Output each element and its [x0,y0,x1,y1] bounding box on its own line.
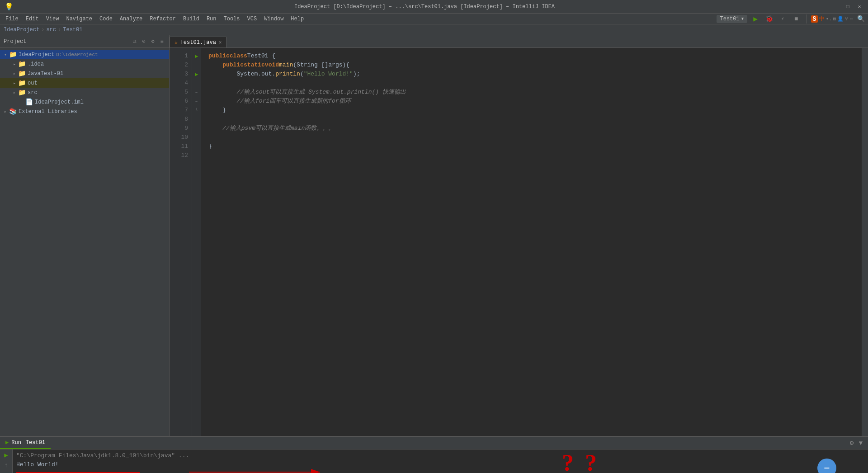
tree-item-ext-libs[interactable]: ▸ 📚 External Libraries [0,107,169,116]
kw-public-1: public [208,52,230,61]
tree-arrow-idea: ▸ [11,61,18,67]
run-gutter-main[interactable]: ▶ [192,70,201,79]
tree-item-ideaproject[interactable]: ▾ 📁 IdeaProject D:\IdeaProject [0,50,169,59]
breadcrumb-item-file[interactable]: Test01 [63,27,82,33]
kw-static: static [244,61,265,70]
panel-settings-icon[interactable]: ⚙ [848,440,855,447]
paren-1: ( [300,70,304,79]
main-args: (String []args){ [293,61,349,70]
run-config-name: Test01 [720,16,740,22]
ime-toolbar: S 中 •. ⊞ 👤 ⑂ ⋯ [811,15,853,23]
menu-build[interactable]: Build [179,14,203,24]
code-line-5: //输入sout可以直接生成 System.out.println() 快速输出 [208,88,862,97]
breadcrumb-item-src[interactable]: src [46,27,56,33]
code-content[interactable]: public class Test01 { public static void… [201,48,862,436]
kw-class: class [230,52,247,61]
tree-label-javatest: JavaTest-01 [28,71,63,77]
run-config-dropdown-icon[interactable]: ▼ [741,17,744,21]
editor-area: ☕ Test01.java ✕ 1 2 3 4 5 6 7 8 9 10 11 … [170,35,868,436]
breadcrumb-item-project[interactable]: IdeaProject [4,27,39,33]
indent-7 [208,106,222,115]
run-icon-class[interactable]: ▶ [195,53,198,60]
run-tab-run[interactable]: ▶ Run Test01 [0,437,51,449]
tree-item-src[interactable]: ▸ 📁 src [0,88,169,97]
comment-6: //输入fori回车可以直接生成新的for循环 [236,97,350,106]
menu-vcs[interactable]: VCS [244,14,261,24]
tree-icon-ideaproject: 📁 [9,51,17,58]
gutter-fold-6[interactable]: – [195,99,198,104]
ime-icon-more: ⋯ [849,16,853,22]
indent-6 [208,97,236,106]
rerun-button[interactable]: ▶ [2,451,11,459]
menu-code[interactable]: Code [96,14,116,24]
editor-tab-test01[interactable]: ☕ Test01.java ✕ [170,37,226,47]
search-everywhere-button[interactable]: 🔍 [855,14,866,24]
kw-public-2: public [222,61,244,70]
panel-hide-icon[interactable]: ▼ [857,440,864,447]
code-line-7: } [208,106,862,115]
sidebar-settings-icon[interactable]: ⚙ [149,38,156,45]
ime-icon-person: 👤 [837,16,844,22]
gutter-fold-5[interactable]: – [195,90,198,95]
tree-icon-out: 📁 [18,79,26,87]
tree-label-iml: IdeaProject.iml [35,99,84,105]
breadcrumb: IdeaProject › src › Test01 [0,24,868,35]
title-bar-controls: — □ ✕ [832,3,863,11]
tab-close-test01[interactable]: ✕ [219,39,222,45]
run-gutter-class[interactable]: ▶ [192,52,201,61]
run-gutter-2 [192,61,201,70]
minimize-button[interactable]: — [832,3,840,11]
main-content: Project ⇄ ⊙ ⚙ ≡ ▾ 📁 IdeaProject D:\IdeaP… [0,35,868,436]
sidebar-header-icons: ⇄ ⊙ ⚙ ≡ [131,38,165,45]
menu-help[interactable]: Help [287,14,307,24]
title-bar-app-icon: 💡 [5,2,14,11]
coverage-button[interactable]: ⚡ [777,14,788,24]
run-button[interactable]: ▶ [750,14,761,24]
run-gutter-5: – [192,88,201,97]
line-numbers: 1 2 3 4 5 6 7 8 9 10 11 12 [170,48,192,436]
menu-refactor[interactable]: Refactor [146,14,179,24]
menu-run[interactable]: Run [203,14,220,24]
run-tab-bar: ▶ Run Test01 ⚙ ▼ [0,437,868,449]
sidebar-expand-icon[interactable]: ≡ [158,38,165,45]
breadcrumb-sep-2: › [58,27,61,33]
menu-view[interactable]: View [42,14,63,24]
line-num-5: 5 [170,88,188,97]
line-num-10: 10 [170,133,188,142]
ime-icon-dot: •. [826,16,832,22]
tab-icon-java: ☕ [175,39,178,45]
sidebar-scroll-icon[interactable]: ⊙ [140,38,147,45]
menu-navigate[interactable]: Navigate [62,14,96,24]
tree-item-javatest[interactable]: ▸ 📁 JavaTest-01 [0,69,169,78]
bottom-panel: ▶ Run Test01 ⚙ ▼ ▶ ↑ ↓ ⏸ ↩ 🖨 📌 🗑 ⚙ "C:\P… [0,436,868,473]
line-num-11: 11 [170,142,188,151]
dot-2: . [272,70,275,79]
scroll-up-button[interactable]: ↑ [2,462,11,469]
debug-button[interactable]: 🐞 [764,14,774,24]
stop-button[interactable]: ■ [791,14,802,24]
code-line-8 [208,115,862,124]
tree-label-idea: .idea [28,61,44,67]
menu-edit[interactable]: Edit [22,14,42,24]
tree-item-idea[interactable]: ▸ 📁 .idea [0,59,169,69]
menu-window[interactable]: Window [260,14,287,24]
maximize-button[interactable]: □ [844,3,852,11]
cls-test01: Test01 { [247,52,275,61]
menu-file[interactable]: File [2,14,22,24]
run-config-selector[interactable]: Test01 ▼ [717,15,748,23]
code-editor[interactable]: 1 2 3 4 5 6 7 8 9 10 11 12 ▶ ▶ [170,48,868,436]
sidebar-sync-icon[interactable]: ⇄ [131,38,138,45]
question-marks-area: ? ? [562,459,597,468]
menu-analyze[interactable]: Analyze [116,14,146,24]
tree-item-out[interactable]: ▸ 📁 out [0,78,169,88]
indent-9 [208,124,222,133]
line-num-9: 9 [170,124,188,133]
tree-item-iml[interactable]: ▸ 📄 IdeaProject.iml [0,97,169,107]
code-line-10 [208,133,862,142]
close-button[interactable]: ✕ [855,3,863,11]
tree-label-out: out [28,80,38,86]
tree-arrow-out: ▸ [11,80,18,86]
gutter-fold-7[interactable]: └ [195,108,198,113]
run-icon-main[interactable]: ▶ [195,71,198,78]
menu-tools[interactable]: Tools [220,14,244,24]
